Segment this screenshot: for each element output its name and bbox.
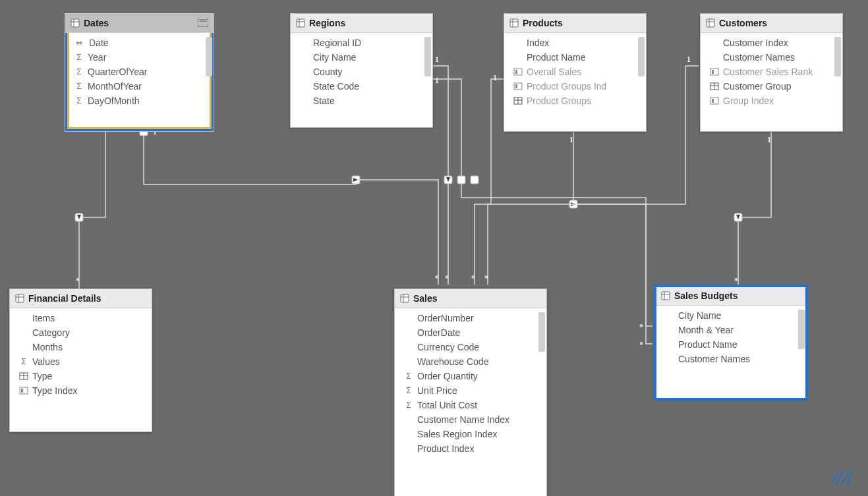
field-label: Currency Code bbox=[417, 342, 479, 352]
field-label: OrderNumber bbox=[417, 313, 474, 323]
sigma-icon: Σ bbox=[74, 67, 84, 76]
svg-text:*: * bbox=[639, 322, 643, 331]
svg-text:*: * bbox=[435, 273, 439, 283]
field-row[interactable]: Customer Name Index bbox=[395, 412, 546, 427]
sigma-icon: Σ bbox=[404, 386, 413, 395]
field-row[interactable]: Customer Names bbox=[656, 352, 806, 366]
field-row[interactable]: Months bbox=[10, 340, 152, 354]
table-financial-details[interactable]: Financial Details ItemsCategoryMonthsΣVa… bbox=[9, 289, 152, 432]
field-list[interactable]: ⇔DateΣYearΣQuarterOfYearΣMonthOfYearΣDay… bbox=[65, 33, 214, 111]
table-header[interactable]: Sales bbox=[395, 289, 546, 308]
table-customers[interactable]: Customers Customer IndexCustomer NamesCu… bbox=[700, 13, 843, 132]
field-row[interactable]: Customer Group bbox=[701, 79, 842, 94]
field-row[interactable]: OrderNumber bbox=[395, 311, 546, 325]
field-label: Items bbox=[32, 313, 55, 323]
field-row[interactable]: Customer Index bbox=[701, 36, 842, 50]
svg-text:1: 1 bbox=[435, 76, 439, 85]
resize-icon: ⇔ bbox=[74, 38, 84, 47]
table-header[interactable]: Products bbox=[504, 14, 646, 33]
table-header[interactable]: Financial Details bbox=[10, 289, 152, 308]
svg-marker-17 bbox=[571, 202, 575, 206]
field-row[interactable]: Product Groups Ind bbox=[504, 79, 646, 94]
field-row[interactable]: Type bbox=[10, 369, 152, 383]
field-list[interactable]: ItemsCategoryMonthsΣValuesTypeType Index bbox=[10, 308, 152, 400]
field-row[interactable]: ΣUnit Price bbox=[395, 383, 546, 398]
field-row[interactable]: Currency Code bbox=[395, 340, 546, 354]
svg-line-69 bbox=[836, 471, 843, 484]
field-row[interactable]: Month & Year bbox=[656, 323, 806, 337]
field-list[interactable]: OrderNumberOrderDateCurrency CodeWarehou… bbox=[395, 308, 546, 458]
field-row[interactable]: State bbox=[291, 94, 432, 108]
svg-rect-11 bbox=[457, 176, 465, 184]
field-row[interactable]: Customer Names bbox=[701, 50, 842, 65]
field-row[interactable]: Index bbox=[504, 36, 646, 50]
field-row[interactable]: Product Index bbox=[395, 441, 546, 456]
table-header[interactable]: Dates bbox=[65, 14, 214, 33]
field-row[interactable]: ⇔Date bbox=[65, 36, 214, 50]
calc-column-icon bbox=[710, 67, 719, 76]
sigma-icon: Σ bbox=[404, 400, 413, 410]
field-row[interactable]: ΣValues bbox=[10, 354, 152, 369]
field-label: Total Unit Cost bbox=[417, 400, 477, 410]
field-list[interactable]: IndexProduct NameOverall SalesProduct Gr… bbox=[504, 33, 646, 111]
field-list[interactable]: City NameMonth & YearProduct NameCustome… bbox=[656, 306, 806, 369]
svg-text:*: * bbox=[445, 273, 449, 283]
svg-rect-65 bbox=[662, 292, 670, 300]
field-row[interactable]: County bbox=[291, 65, 432, 79]
table-title: Financial Details bbox=[28, 293, 101, 304]
field-row[interactable]: Type Index bbox=[10, 383, 152, 398]
table-header[interactable]: Sales Budgets bbox=[656, 287, 806, 306]
field-row[interactable]: Product Groups bbox=[504, 94, 646, 108]
expand-icon[interactable] bbox=[198, 19, 208, 27]
calc-table-icon bbox=[19, 372, 28, 381]
table-header[interactable]: Regions bbox=[291, 14, 432, 33]
svg-rect-31 bbox=[297, 19, 304, 27]
sigma-icon: Σ bbox=[74, 82, 84, 91]
calc-table-icon bbox=[513, 96, 523, 105]
table-header[interactable]: Customers bbox=[701, 14, 842, 33]
table-regions[interactable]: Regions Regional IDCity NameCountyState … bbox=[290, 13, 433, 128]
field-row[interactable]: Items bbox=[10, 311, 152, 325]
field-row[interactable]: Sales Region Index bbox=[395, 427, 546, 441]
table-dates[interactable]: Dates ⇔DateΣYearΣQuarterOfYearΣMonthOfYe… bbox=[65, 13, 214, 132]
svg-text:*: * bbox=[639, 340, 643, 349]
table-sales[interactable]: Sales OrderNumberOrderDateCurrency CodeW… bbox=[394, 289, 547, 496]
field-label: Order Quantity bbox=[417, 371, 478, 381]
svg-rect-38 bbox=[515, 70, 517, 74]
field-label: QuarterOfYear bbox=[88, 67, 148, 77]
table-icon bbox=[661, 291, 670, 300]
field-list[interactable]: Regional IDCity NameCountyState CodeStat… bbox=[291, 33, 432, 111]
field-row[interactable]: Overall Sales bbox=[504, 65, 646, 79]
field-row[interactable]: ΣMonthOfYear bbox=[65, 79, 214, 94]
field-row[interactable]: Warehouse Code bbox=[395, 354, 546, 369]
svg-rect-61 bbox=[21, 389, 23, 393]
svg-text:*: * bbox=[734, 276, 738, 285]
table-icon bbox=[71, 18, 80, 28]
field-row[interactable]: Group Index bbox=[701, 94, 842, 108]
field-row[interactable]: Customer Sales Rank bbox=[701, 65, 842, 79]
field-row[interactable]: OrderDate bbox=[395, 325, 546, 340]
field-row[interactable]: City Name bbox=[291, 50, 432, 65]
model-canvas[interactable]: { "tables": { "dates": { "title": "Dates… bbox=[0, 0, 868, 496]
svg-rect-6 bbox=[444, 176, 452, 184]
field-row[interactable]: Product Name bbox=[504, 50, 646, 65]
svg-rect-62 bbox=[401, 294, 409, 302]
field-row[interactable]: Category bbox=[10, 325, 152, 340]
field-list[interactable]: Customer IndexCustomer NamesCustomer Sal… bbox=[701, 33, 842, 111]
field-label: Customer Sales Rank bbox=[723, 67, 813, 77]
field-row[interactable]: ΣYear bbox=[65, 50, 214, 65]
field-row[interactable]: ΣOrder Quantity bbox=[395, 369, 546, 383]
field-row[interactable]: ΣTotal Unit Cost bbox=[395, 398, 546, 412]
field-row[interactable]: ΣDayOfMonth bbox=[65, 94, 214, 108]
field-row[interactable]: City Name bbox=[656, 308, 806, 323]
field-label: Warehouse Code bbox=[417, 356, 488, 367]
field-row[interactable]: Product Name bbox=[656, 337, 806, 352]
svg-rect-60 bbox=[20, 387, 28, 394]
field-label: Type Index bbox=[32, 385, 78, 396]
table-products[interactable]: Products IndexProduct NameOverall SalesP… bbox=[504, 13, 647, 132]
svg-rect-34 bbox=[510, 19, 518, 27]
field-row[interactable]: Regional ID bbox=[291, 36, 432, 50]
field-row[interactable]: ΣQuarterOfYear bbox=[65, 65, 214, 79]
table-sales-budgets[interactable]: Sales Budgets City NameMonth & YearProdu… bbox=[655, 286, 807, 399]
field-row[interactable]: State Code bbox=[291, 79, 432, 94]
